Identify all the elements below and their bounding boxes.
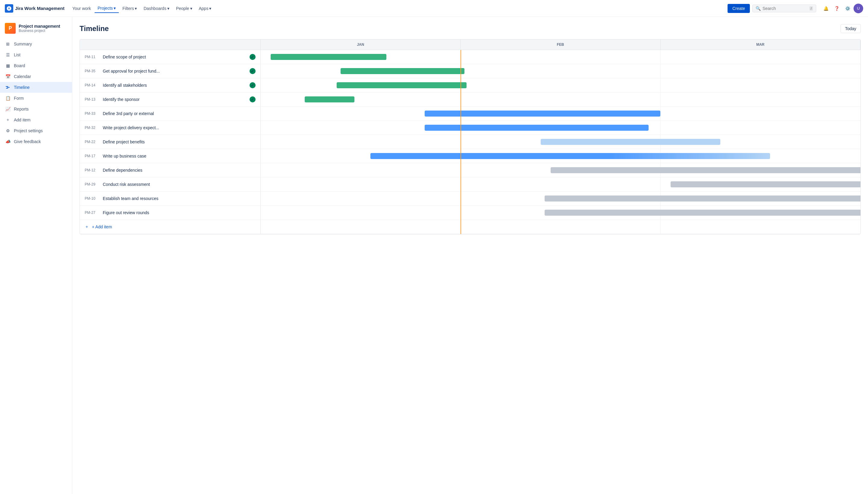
app-name: Jira Work Management: [15, 6, 64, 11]
task-name: Get approval for project fund...: [103, 69, 160, 74]
sidebar-item-add-item[interactable]: ＋ Add item: [0, 114, 72, 125]
status-done-icon: ✓: [250, 54, 256, 60]
task-name: Write up business case: [103, 154, 146, 158]
gantt-bar[interactable]: [551, 167, 861, 173]
notifications-button[interactable]: 🔔: [821, 4, 831, 13]
create-button[interactable]: Create: [727, 4, 750, 13]
gantt-bar[interactable]: [425, 125, 648, 131]
task-name: Identify the sponsor: [103, 97, 140, 102]
gantt-bar[interactable]: [541, 139, 720, 145]
layout: P Project management Business project ⊞ …: [0, 17, 868, 494]
apps-chevron-icon: ▾: [209, 6, 211, 11]
nav-apps[interactable]: Apps ▾: [196, 4, 215, 13]
sidebar-item-project-settings[interactable]: ⚙ Project settings: [0, 125, 72, 136]
today-button[interactable]: Today: [841, 24, 861, 33]
task-name: Figure out review rounds: [103, 210, 149, 215]
project-icon: P: [5, 23, 16, 34]
sidebar: P Project management Business project ⊞ …: [0, 17, 72, 494]
task-id: PM-12: [85, 168, 100, 172]
gantt-bar[interactable]: [425, 111, 660, 117]
nav-projects[interactable]: Projects ▾: [95, 4, 119, 13]
page-title: Timeline: [79, 24, 109, 33]
gantt-bar[interactable]: [271, 54, 386, 60]
topnav-nav: Your work Projects ▾ Filters ▾ Dashboard…: [69, 4, 214, 13]
feedback-icon: 📣: [5, 138, 11, 145]
task-id: PM-14: [85, 83, 100, 87]
sidebar-item-list[interactable]: ☰ List: [0, 50, 72, 60]
sidebar-item-summary[interactable]: ⊞ Summary: [0, 39, 72, 50]
topnav-icons: 🔔 ❓ ⚙️ U: [821, 4, 863, 13]
nav-dashboards[interactable]: Dashboards ▾: [141, 4, 172, 13]
month-jan: JAN: [261, 39, 461, 50]
task-name: Define scope of project: [103, 55, 146, 59]
status-done-icon: ✓: [250, 82, 256, 88]
table-row: PM-29 Conduct risk assessment: [80, 177, 861, 192]
timeline-label-header: [80, 39, 261, 50]
table-row: PM-27 Figure out review rounds: [80, 206, 861, 220]
table-row: PM-11 Define scope of project ✓: [80, 50, 861, 64]
table-row: PM-22 Define project benefits: [80, 135, 861, 149]
task-id: PM-32: [85, 126, 100, 130]
timeline-header: JAN FEB MAR: [80, 39, 861, 50]
sidebar-item-form[interactable]: 📋 Form: [0, 93, 72, 103]
filters-chevron-icon: ▾: [135, 6, 137, 11]
table-row: PM-10 Establish team and resources: [80, 192, 861, 206]
timeline-icon: [5, 84, 11, 90]
sidebar-item-board[interactable]: ▦ Board: [0, 60, 72, 71]
gantt-bar[interactable]: [337, 82, 466, 88]
table-row: PM-32 Write project delivery expect...: [80, 121, 861, 135]
gantt-bar[interactable]: [544, 210, 861, 216]
task-name: Define 3rd party or external: [103, 111, 154, 116]
task-id: PM-29: [85, 182, 100, 187]
nav-your-work[interactable]: Your work: [69, 4, 94, 13]
project-info: Project management Business project: [19, 24, 60, 33]
gantt-bar[interactable]: [544, 195, 861, 202]
app-logo[interactable]: Jira Work Management: [5, 4, 64, 13]
dashboards-chevron-icon: ▾: [167, 6, 169, 11]
reports-icon: 📈: [5, 106, 11, 112]
settings-button[interactable]: ⚙️: [843, 4, 852, 13]
gantt-bar[interactable]: [305, 96, 355, 102]
task-id: PM-22: [85, 140, 100, 144]
svg-rect-0: [6, 86, 8, 87]
task-name: Conduct risk assessment: [103, 182, 150, 187]
task-id: PM-10: [85, 196, 100, 201]
sidebar-item-calendar[interactable]: 📅 Calendar: [0, 71, 72, 82]
user-avatar[interactable]: U: [853, 4, 863, 13]
gantt-bar[interactable]: [670, 181, 861, 187]
table-row: PM-35 Get approval for project fund... ✓: [80, 64, 861, 78]
add-item-row[interactable]: ＋ + Add item: [80, 220, 861, 234]
page-header: Timeline Today: [79, 24, 861, 33]
sidebar-item-give-feedback[interactable]: 📣 Give feedback: [0, 136, 72, 147]
project-type: Business project: [19, 28, 60, 33]
task-id: PM-11: [85, 55, 100, 59]
status-done-icon: ✓: [250, 68, 256, 74]
gantt-body: PM-11 Define scope of project ✓: [80, 50, 861, 234]
sidebar-item-reports[interactable]: 📈 Reports: [0, 103, 72, 114]
projects-chevron-icon: ▾: [114, 6, 116, 11]
search-icon: 🔍: [756, 6, 761, 11]
help-button[interactable]: ❓: [832, 4, 842, 13]
nav-filters[interactable]: Filters ▾: [119, 4, 140, 13]
search-box[interactable]: 🔍 /: [752, 4, 816, 12]
table-row: PM-33 Define 3rd party or external: [80, 107, 861, 121]
gantt-bar[interactable]: [370, 153, 770, 159]
table-row: PM-14 Identify all stakeholders ✓: [80, 78, 861, 93]
gantt-bar[interactable]: [340, 68, 464, 74]
nav-people[interactable]: People ▾: [173, 4, 195, 13]
task-name: Define project benefits: [103, 139, 145, 144]
add-item-icon: ＋: [85, 224, 89, 230]
svg-rect-1: [7, 87, 10, 88]
table-row: PM-12 Define dependencies: [80, 163, 861, 177]
sidebar-item-timeline[interactable]: Timeline: [0, 82, 72, 93]
calendar-icon: 📅: [5, 74, 11, 79]
search-input[interactable]: [762, 6, 808, 11]
timeline-container: JAN FEB MAR PM-11 Define scope of projec…: [79, 39, 861, 234]
board-icon: ▦: [5, 63, 11, 69]
task-id: PM-27: [85, 211, 100, 215]
project-name: Project management: [19, 24, 60, 28]
task-name: Establish team and resources: [103, 196, 158, 201]
list-icon: ☰: [5, 52, 11, 58]
task-name: Write project delivery expect...: [103, 125, 159, 130]
task-id: PM-33: [85, 111, 100, 116]
